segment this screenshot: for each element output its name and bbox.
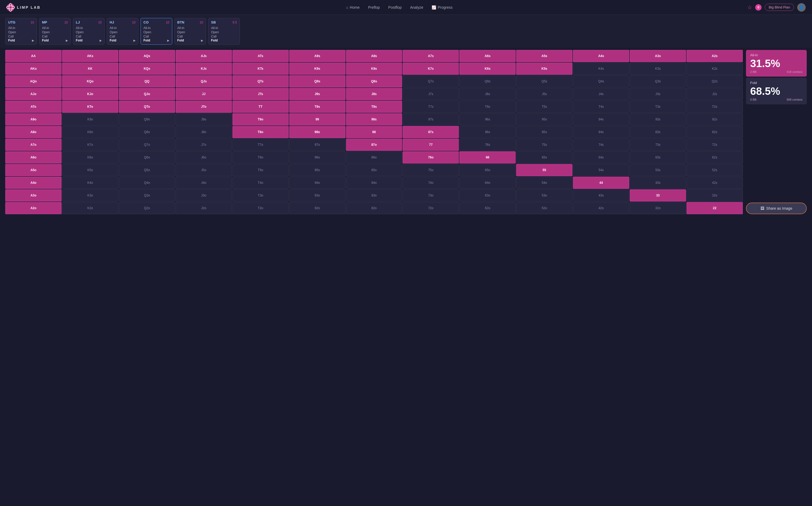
hand-cell-A9s[interactable]: A9s [289, 50, 345, 62]
hand-cell-K9o[interactable]: K9o [62, 113, 118, 125]
pos-card-utg[interactable]: UTG 10 All-in Open Call Fold ▶ [5, 18, 37, 45]
hand-cell-73s[interactable]: 73s [630, 139, 686, 151]
hand-cell-Q8s[interactable]: Q8s [346, 75, 402, 87]
pos-allin[interactable]: All-in [42, 26, 68, 30]
hand-cell-Q4o[interactable]: Q4o [119, 177, 175, 189]
pos-card-hj[interactable]: HJ 10 All-in Open Call Fold ▶ [107, 18, 139, 45]
hand-cell-87s[interactable]: 87s [403, 126, 459, 138]
hand-cell-KTo[interactable]: KTo [62, 101, 118, 113]
nav-progress[interactable]: 📈 Progress [428, 4, 456, 11]
hand-cell-J9o[interactable]: J9o [176, 113, 232, 125]
pos-open[interactable]: Open [211, 30, 237, 34]
hand-cell-AQo[interactable]: AQo [5, 75, 62, 87]
hand-cell-A3s[interactable]: A3s [630, 50, 686, 62]
hand-cell-76o[interactable]: 76o [403, 151, 459, 163]
hand-cell-Q3s[interactable]: Q3s [630, 75, 686, 87]
hand-cell-QTs[interactable]: QTs [232, 75, 289, 87]
hand-cell-87o[interactable]: 87o [346, 139, 402, 151]
hand-cell-A3o[interactable]: A3o [5, 189, 62, 201]
hand-cell-72o[interactable]: 72o [403, 202, 459, 214]
hand-cell-T5o[interactable]: T5o [232, 164, 289, 176]
hand-cell-T7o[interactable]: T7o [232, 139, 289, 151]
hand-cell-T6s[interactable]: T6s [459, 101, 516, 113]
pos-fold[interactable]: Fold [211, 38, 237, 42]
hand-cell-22[interactable]: 22 [686, 202, 743, 214]
hand-cell-K4s[interactable]: K4s [573, 63, 629, 75]
hand-cell-T4o[interactable]: T4o [232, 177, 289, 189]
hand-cell-KJo[interactable]: KJo [62, 88, 118, 100]
hand-cell-AKs[interactable]: AKs [62, 50, 118, 62]
hand-cell-T6o[interactable]: T6o [232, 151, 289, 163]
hand-cell-Q3o[interactable]: Q3o [119, 189, 175, 201]
pos-open[interactable]: Open [177, 30, 203, 34]
hand-cell-98o[interactable]: 98o [289, 126, 345, 138]
hand-cell-97o[interactable]: 97o [289, 139, 345, 151]
hand-cell-86o[interactable]: 86o [346, 151, 402, 163]
hand-cell-J5o[interactable]: J5o [176, 164, 232, 176]
hand-cell-33[interactable]: 33 [630, 189, 686, 201]
hand-cell-55[interactable]: 55 [516, 164, 572, 176]
hand-cell-J4o[interactable]: J4o [176, 177, 232, 189]
hand-cell-J8o[interactable]: J8o [176, 126, 232, 138]
hand-cell-K2o[interactable]: K2o [62, 202, 118, 214]
hand-cell-KQo[interactable]: KQo [62, 75, 118, 87]
hand-cell-Q9o[interactable]: Q9o [119, 113, 175, 125]
hand-cell-Q7s[interactable]: Q7s [403, 75, 459, 87]
hand-cell-43s[interactable]: 43s [630, 177, 686, 189]
hand-cell-JTo[interactable]: JTo [176, 101, 232, 113]
hand-cell-J9s[interactable]: J9s [289, 88, 345, 100]
hand-cell-J7o[interactable]: J7o [176, 139, 232, 151]
hand-cell-J5s[interactable]: J5s [516, 88, 572, 100]
hand-cell-K2s[interactable]: K2s [686, 63, 743, 75]
hand-cell-KK[interactable]: KK [62, 63, 118, 75]
pos-card-co[interactable]: CO 10 All-in Open Call Fold ▶ [141, 18, 172, 45]
pos-call[interactable]: Call [42, 34, 68, 38]
hand-cell-85s[interactable]: 85s [516, 126, 572, 138]
pos-call[interactable]: Call [76, 34, 102, 38]
hand-cell-J2s[interactable]: J2s [686, 88, 743, 100]
hand-cell-92o[interactable]: 92o [289, 202, 345, 214]
star-icon[interactable]: ☆ [747, 4, 752, 11]
hand-cell-44[interactable]: 44 [573, 177, 629, 189]
hand-cell-T2o[interactable]: T2o [232, 202, 289, 214]
pos-call[interactable]: Call [110, 34, 136, 38]
hand-cell-Q8o[interactable]: Q8o [119, 126, 175, 138]
nav-preflop[interactable]: Preflop [364, 4, 383, 11]
hand-cell-53s[interactable]: 53s [630, 164, 686, 176]
hand-cell-JJ[interactable]: JJ [176, 88, 232, 100]
hand-cell-K3o[interactable]: K3o [62, 189, 118, 201]
hand-cell-96o[interactable]: 96o [289, 151, 345, 163]
hand-cell-KQs[interactable]: KQs [119, 63, 175, 75]
pos-call[interactable]: Call [211, 34, 237, 38]
hand-cell-K7o[interactable]: K7o [62, 139, 118, 151]
hand-cell-52o[interactable]: 52o [516, 202, 572, 214]
hand-cell-K5s[interactable]: K5s [516, 63, 572, 75]
hand-cell-74o[interactable]: 74o [403, 177, 459, 189]
hand-cell-KJs[interactable]: KJs [176, 63, 232, 75]
hand-cell-42s[interactable]: 42s [686, 177, 743, 189]
hand-cell-T7s[interactable]: T7s [403, 101, 459, 113]
pos-fold[interactable]: Fold ▶ [110, 38, 136, 42]
hand-cell-Q7o[interactable]: Q7o [119, 139, 175, 151]
hand-cell-77[interactable]: 77 [403, 139, 459, 151]
hand-cell-A5s[interactable]: A5s [516, 50, 572, 62]
hand-cell-72s[interactable]: 72s [686, 139, 743, 151]
hand-cell-T2s[interactable]: T2s [686, 101, 743, 113]
hand-cell-Q9s[interactable]: Q9s [289, 75, 345, 87]
hand-cell-K5o[interactable]: K5o [62, 164, 118, 176]
hand-cell-94s[interactable]: 94s [573, 113, 629, 125]
hand-cell-66[interactable]: 66 [459, 151, 516, 163]
pos-card-btn[interactable]: BTN 10 All-in Open Call Fold ▶ [174, 18, 206, 45]
hand-cell-J3o[interactable]: J3o [176, 189, 232, 201]
hand-cell-AKo[interactable]: AKo [5, 63, 62, 75]
hand-cell-75o[interactable]: 75o [403, 164, 459, 176]
hand-cell-53o[interactable]: 53o [516, 189, 572, 201]
hand-cell-Q5s[interactable]: Q5s [516, 75, 572, 87]
pos-card-sb[interactable]: SB 9.5 All-in Open Call Fold [208, 18, 240, 45]
hand-cell-86s[interactable]: 86s [459, 126, 516, 138]
hand-cell-K6o[interactable]: K6o [62, 151, 118, 163]
hand-cell-64o[interactable]: 64o [459, 177, 516, 189]
hand-cell-T3o[interactable]: T3o [232, 189, 289, 201]
hand-cell-73o[interactable]: 73o [403, 189, 459, 201]
pos-open[interactable]: Open [110, 30, 136, 34]
